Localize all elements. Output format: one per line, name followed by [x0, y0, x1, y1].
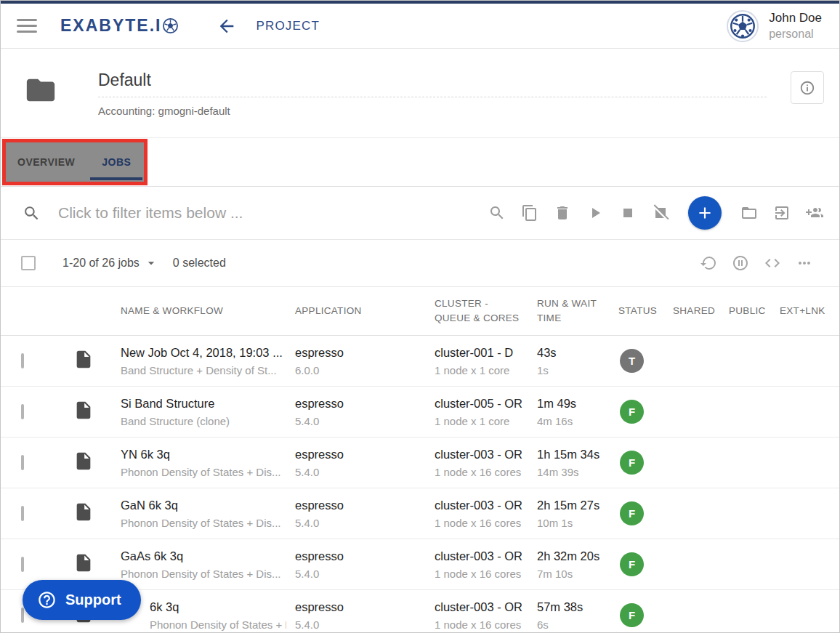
- column-header-runtime[interactable]: RUN & WAIT TIME: [537, 297, 618, 326]
- kill-job-icon[interactable]: [652, 204, 669, 222]
- job-run-time: 1h 15m 34s: [537, 448, 610, 461]
- job-workflow: Phonon Density of States + Dis...: [150, 618, 286, 631]
- refresh-icon[interactable]: [700, 254, 717, 272]
- job-name[interactable]: Si Band Structure: [121, 397, 286, 411]
- job-file-icon: [73, 500, 94, 524]
- column-header-status[interactable]: STATUS: [618, 304, 673, 318]
- job-cores: 1 node x 16 cores: [435, 517, 528, 529]
- job-application-version: 6.0.0: [295, 364, 426, 376]
- column-header-public[interactable]: PUBLIC: [729, 304, 780, 318]
- search-jobs-icon[interactable]: [488, 204, 506, 222]
- job-cluster-queue: cluster-005 - OR: [435, 397, 528, 411]
- pause-icon[interactable]: [732, 254, 749, 272]
- job-wait-time: 14m 39s: [537, 466, 610, 478]
- project-title[interactable]: Default: [98, 70, 767, 97]
- soccer-ball-logo-icon: [162, 17, 179, 34]
- column-header-cluster[interactable]: CLUSTER - QUEUE & CORES: [435, 297, 537, 326]
- row-checkbox[interactable]: [21, 353, 24, 368]
- job-wait-time: 4m 16s: [537, 415, 610, 427]
- move-to-folder-icon[interactable]: [740, 204, 758, 222]
- plus-icon: [695, 203, 714, 222]
- status-badge[interactable]: F: [620, 501, 644, 525]
- column-header-shared[interactable]: SHARED: [673, 304, 729, 318]
- question-icon: [37, 590, 57, 610]
- status-badge[interactable]: F: [620, 603, 644, 627]
- project-header: Default Accounting: gmogni-default: [1, 49, 839, 137]
- job-name[interactable]: New Job Oct 4, 2018, 19:03 ...: [121, 346, 286, 360]
- job-cluster-queue: cluster-003 - OR: [435, 549, 528, 563]
- job-wait-time: 1s: [537, 364, 610, 376]
- table-row[interactable]: YN 6k 3q Phonon Density of States + Dis.…: [1, 438, 839, 488]
- job-cores: 1 node x 1 core: [435, 415, 528, 427]
- column-header-name[interactable]: NAME & WORKFLOW: [121, 304, 295, 318]
- table-row[interactable]: New Job Oct 4, 2018, 19:03 ... Band Stru…: [1, 336, 839, 387]
- menu-icon[interactable]: [17, 15, 37, 36]
- job-cores: 1 node x 16 cores: [435, 466, 528, 478]
- tab-jobs[interactable]: JOBS: [87, 142, 145, 182]
- pagination-label: 1-20 of 26 jobs: [62, 257, 140, 270]
- job-workflow: Band Structure + Density of St...: [121, 364, 286, 376]
- back-arrow-icon[interactable]: [217, 16, 237, 36]
- job-cluster-queue: cluster-003 - OR: [435, 499, 528, 512]
- job-name[interactable]: 6k 3q: [150, 600, 286, 614]
- row-checkbox[interactable]: [21, 608, 24, 623]
- avatar[interactable]: [727, 10, 759, 42]
- delete-icon[interactable]: [554, 204, 571, 222]
- column-header-application[interactable]: APPLICATION: [295, 304, 435, 318]
- select-all-checkbox[interactable]: [21, 256, 36, 270]
- info-icon: [799, 80, 815, 96]
- breadcrumb[interactable]: PROJECT: [256, 19, 320, 33]
- status-badge[interactable]: T: [620, 349, 644, 373]
- project-accounting: Accounting: gmogni-default: [98, 105, 767, 117]
- info-button[interactable]: [791, 71, 824, 104]
- table-header: NAME & WORKFLOW APPLICATION CLUSTER - QU…: [1, 287, 839, 336]
- job-application: espresso: [295, 499, 426, 512]
- job-name[interactable]: GaN 6k 3q: [121, 499, 286, 512]
- job-cluster-queue: cluster-003 - OR: [435, 600, 528, 614]
- row-checkbox[interactable]: [21, 404, 24, 419]
- job-run-time: 2h 32m 20s: [537, 549, 610, 563]
- support-button[interactable]: Support: [23, 580, 141, 620]
- status-badge[interactable]: F: [620, 400, 644, 424]
- job-workflow: Phonon Density of States + Dis...: [121, 466, 286, 478]
- top-navigation-bar: EXABYTE.I PROJECT John Doe personal: [1, 4, 839, 49]
- create-job-button[interactable]: [688, 196, 722, 230]
- filter-toolbar: [1, 187, 839, 240]
- table-row[interactable]: GaN 6k 3q Phonon Density of States + Dis…: [1, 488, 839, 539]
- row-checkbox[interactable]: [21, 506, 24, 521]
- user-info[interactable]: John Doe personal: [769, 11, 822, 41]
- job-name[interactable]: GaAs 6k 3q: [121, 549, 286, 563]
- avatar-soccer-ball-icon: [730, 13, 756, 39]
- pagination-dropdown[interactable]: 1-20 of 26 jobs: [62, 256, 158, 270]
- logo-text: EXABYTE.I: [60, 16, 161, 36]
- exabyte-logo[interactable]: EXABYTE.I: [60, 16, 179, 36]
- share-with-users-icon[interactable]: [806, 204, 823, 222]
- folder-icon: [21, 73, 60, 107]
- column-header-extlnk[interactable]: EXT+LNK: [780, 304, 839, 318]
- app-window: EXABYTE.I PROJECT John Doe personal: [0, 0, 840, 633]
- table-row[interactable]: Si Band Structure Band Structure (clone)…: [1, 387, 839, 438]
- tab-overview[interactable]: OVERVIEW: [6, 142, 87, 182]
- job-file-icon: [73, 398, 94, 422]
- job-run-time: 1m 49s: [537, 397, 610, 411]
- job-application-version: 5.4.0: [295, 517, 426, 529]
- row-checkbox[interactable]: [21, 455, 24, 470]
- import-icon[interactable]: [773, 204, 791, 222]
- selected-count-label: 0 selected: [173, 257, 226, 270]
- status-badge[interactable]: F: [620, 552, 644, 576]
- job-file-icon: [73, 347, 94, 371]
- more-icon[interactable]: [796, 254, 813, 272]
- job-wait-time: 6s: [537, 618, 610, 631]
- job-wait-time: 10m 1s: [537, 517, 610, 529]
- code-icon[interactable]: [764, 254, 781, 272]
- run-job-icon[interactable]: [586, 204, 604, 222]
- filter-input[interactable]: [58, 204, 371, 222]
- stop-job-icon[interactable]: [619, 204, 637, 222]
- duplicate-icon[interactable]: [521, 204, 538, 222]
- job-name[interactable]: YN 6k 3q: [121, 448, 286, 461]
- row-checkbox[interactable]: [21, 557, 24, 572]
- job-workflow: Phonon Density of States + Dis...: [121, 517, 286, 529]
- status-badge[interactable]: F: [620, 451, 644, 475]
- job-application: espresso: [295, 549, 426, 563]
- job-run-time: 57m 38s: [537, 600, 610, 614]
